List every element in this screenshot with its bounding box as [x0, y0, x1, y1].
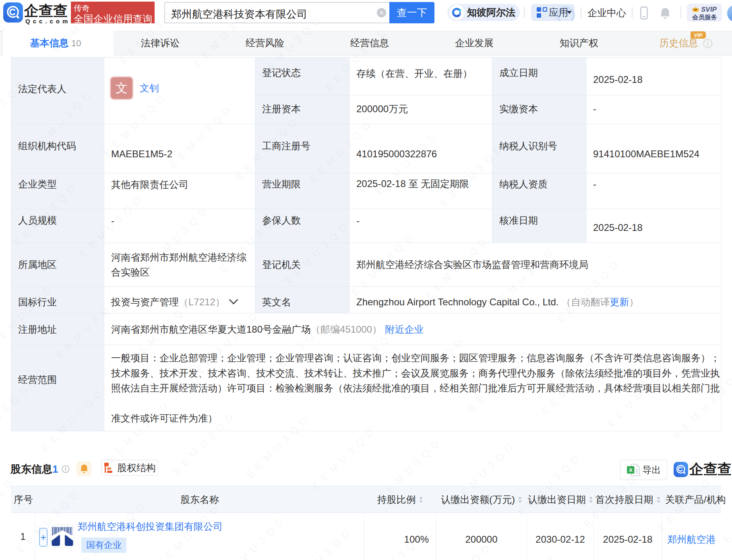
- svg-text:X: X: [629, 467, 632, 473]
- svg-text:VIP: VIP: [694, 32, 703, 38]
